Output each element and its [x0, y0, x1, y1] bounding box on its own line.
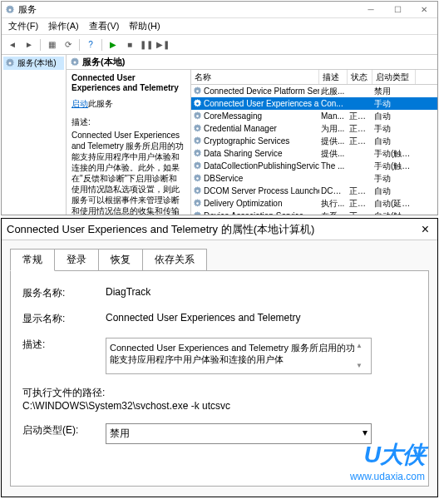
description-text: Connected User Experiences and Telemetry… [110, 342, 356, 370]
main-header: 服务(本地) [67, 55, 437, 70]
toolbar: ◄ ► ▦ ⟳ ? ▶ ■ ❚❚ ▶❚ [2, 35, 437, 55]
service-row[interactable]: DCOM Server Process LauncherDCO...正在...自… [191, 185, 437, 197]
service-row[interactable]: Connected User Experiences and Telem...C… [191, 97, 437, 110]
service-icon [193, 211, 202, 215]
service-list: 名称 描述 状态 启动类型 Connected Device Platform … [191, 70, 437, 215]
dialog-titlebar: Connected User Experiences and Telemetry… [2, 219, 437, 240]
service-icon [193, 124, 202, 133]
tree-item-services-local[interactable]: 服务(本地) [3, 57, 64, 70]
back-button[interactable]: ◄ [5, 37, 20, 52]
menubar: 文件(F) 操作(A) 查看(V) 帮助(H) [2, 18, 437, 35]
service-row[interactable]: DBService手动 [191, 172, 437, 185]
refresh-button[interactable]: ⟳ [61, 37, 76, 52]
path-label: 可执行文件的路径: [22, 386, 417, 400]
watermark-logo: U大侠 [350, 439, 425, 471]
tab-general[interactable]: 常规 [10, 249, 55, 271]
service-icon [193, 99, 202, 108]
services-icon [70, 57, 80, 67]
service-row[interactable]: Cryptographic Services提供...正在...自动 [191, 135, 437, 147]
service-row[interactable]: Data Sharing Service提供...手动(触发... [191, 147, 437, 160]
col-desc[interactable]: 描述 [319, 70, 348, 84]
export-button[interactable]: ▦ [44, 37, 59, 52]
svg-point-9 [196, 165, 199, 167]
menu-view[interactable]: 查看(V) [86, 20, 123, 32]
restart-button[interactable]: ▶❚ [155, 37, 170, 52]
service-icon [193, 174, 202, 183]
detail-pane: Connected User Experiences and Telemetry… [67, 70, 191, 215]
svg-point-10 [196, 177, 199, 180]
pause-button[interactable]: ❚❚ [139, 37, 154, 52]
watermark-url: www.udaxia.com [350, 471, 425, 482]
watermark: U大侠 www.udaxia.com [350, 439, 425, 482]
maximize-button[interactable]: ☐ [384, 2, 411, 18]
startup-type-select[interactable]: 禁用 ▾ [106, 423, 372, 444]
menu-action[interactable]: 操作(A) [45, 20, 82, 32]
close-button[interactable]: × [418, 222, 432, 237]
tab-dependencies[interactable]: 依存关系 [142, 249, 207, 271]
service-name-label: 服务名称: [22, 286, 106, 300]
titlebar: 服务 ─ ☐ ✕ [2, 2, 437, 18]
service-icon [193, 86, 202, 96]
stop-button[interactable]: ■ [122, 37, 137, 52]
svg-point-5 [196, 115, 199, 117]
description-text: Connected User Experiences and Telemetry… [72, 130, 185, 215]
close-button[interactable]: ✕ [411, 2, 437, 18]
svg-point-2 [74, 61, 76, 63]
start-service-link[interactable]: 启动 [72, 99, 88, 108]
list-header: 名称 描述 状态 启动类型 [191, 70, 437, 85]
description-box: Connected User Experiences and Telemetry… [106, 338, 372, 374]
tab-recovery[interactable]: 恢复 [98, 249, 143, 271]
path-value: C:\WINDOWS\System32\svchost.exe -k utcsv… [22, 400, 417, 412]
svg-point-8 [196, 152, 199, 155]
service-icon [193, 111, 202, 121]
svg-point-6 [196, 127, 199, 130]
services-icon [5, 58, 15, 68]
services-icon [5, 5, 15, 15]
service-icon [193, 199, 202, 208]
dialog-title: Connected User Experiences and Telemetry… [7, 222, 314, 237]
description-label: 描述: [72, 116, 185, 128]
start-button[interactable]: ▶ [106, 37, 121, 52]
service-row[interactable]: Device Association Service在系...正在...自动(触… [191, 210, 437, 215]
menu-help[interactable]: 帮助(H) [126, 20, 163, 32]
display-name-label: 显示名称: [22, 312, 106, 326]
service-row[interactable]: Credential Manager为用...正在...手动 [191, 122, 437, 135]
tab-logon[interactable]: 登录 [54, 249, 99, 271]
svg-point-11 [196, 190, 199, 192]
service-row[interactable]: CoreMessagingMan...正在...自动 [191, 110, 437, 122]
col-status[interactable]: 状态 [348, 70, 372, 84]
svg-point-7 [196, 140, 199, 142]
tree-label: 服务(本地) [17, 57, 57, 69]
service-icon [193, 161, 202, 170]
startup-type-label: 启动类型(E): [22, 423, 106, 437]
display-name-value: Connected User Experiences and Telemetry [106, 312, 417, 324]
service-row[interactable]: Delivery Optimization执行...正在...自动(延迟... [191, 197, 437, 210]
properties-dialog: Connected User Experiences and Telemetry… [1, 218, 438, 497]
tabstrip: 常规 登录 恢复 依存关系 [10, 249, 429, 271]
tree-pane: 服务(本地) [2, 55, 67, 215]
help-button[interactable]: ? [83, 37, 98, 52]
svg-point-3 [196, 90, 199, 92]
svg-point-1 [9, 62, 12, 65]
description-label: 描述: [22, 338, 106, 352]
col-startup[interactable]: 启动类型 [372, 70, 416, 84]
service-icon [193, 186, 202, 195]
minimize-button[interactable]: ─ [358, 2, 384, 18]
svg-point-0 [9, 8, 12, 11]
menu-file[interactable]: 文件(F) [5, 20, 42, 32]
service-icon [193, 149, 202, 158]
svg-point-12 [196, 202, 199, 205]
service-row[interactable]: DataCollectionPublishingServiceThe ...手动… [191, 160, 437, 172]
svg-point-4 [196, 102, 199, 105]
services-window: 服务 ─ ☐ ✕ 文件(F) 操作(A) 查看(V) 帮助(H) ◄ ► ▦ ⟳… [1, 1, 438, 215]
selected-service-title: Connected User Experiences and Telemetry [72, 73, 185, 93]
window-title: 服务 [18, 3, 37, 16]
col-name[interactable]: 名称 [191, 70, 319, 84]
service-name-value: DiagTrack [106, 286, 417, 298]
service-row[interactable]: Connected Device Platform Service此服...禁用 [191, 85, 437, 97]
forward-button[interactable]: ► [22, 37, 37, 52]
service-icon [193, 136, 202, 146]
tab-panel-general: 服务名称: DiagTrack 显示名称: Connected User Exp… [10, 270, 429, 487]
scrollbar[interactable]: ▲▼ [356, 342, 367, 370]
